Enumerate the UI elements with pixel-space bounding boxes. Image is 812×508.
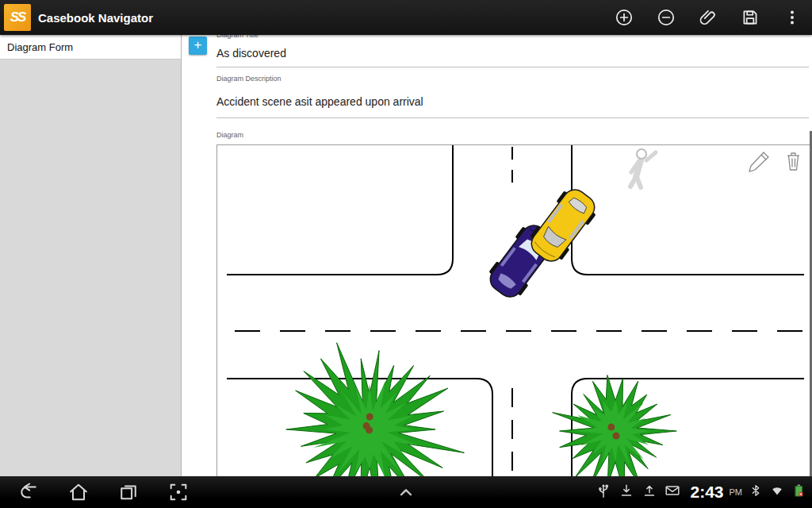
action-bar-actions [614,7,812,28]
email-icon [664,482,681,502]
app-logo: SS [4,4,31,31]
action-bar: SS Casebook Navigator [0,0,812,35]
sidebar: Diagram Form [0,35,182,476]
clock-time: 2:43 [690,483,723,502]
nav-left-buttons [3,480,203,504]
diagram-title-label: Diagram Title [216,35,812,39]
navigation-bar: 2:43 PM [0,476,812,508]
diagram-description-label: Diagram Description [216,75,812,83]
add-circle-icon[interactable] [614,7,634,28]
wifi-icon [769,483,785,502]
home-icon[interactable] [67,480,90,504]
sidebar-item-label: Diagram Form [7,41,73,53]
collapse-chevron-icon[interactable] [394,480,418,504]
sidebar-item-diagram-form[interactable]: Diagram Form [0,35,181,60]
app-title: Casebook Navigator [38,11,153,25]
upload-icon [641,482,658,502]
form-content: + Diagram Title As discovered Diagram De… [182,35,812,476]
recent-apps-icon[interactable] [117,480,140,504]
screen-capture-icon[interactable] [167,480,190,504]
diagram-canvas[interactable] [216,144,812,476]
diagram-description-input[interactable]: Accident scene asit appeared upon arriva… [216,95,809,118]
overflow-menu-icon[interactable] [782,7,802,28]
trees[interactable] [286,343,676,476]
app-logo-text: SS [10,10,25,25]
download-icon [618,482,635,502]
diagram-label: Diagram [216,131,812,139]
bluetooth-icon [748,483,764,502]
diagram-drawing[interactable] [217,145,812,476]
back-icon[interactable] [17,480,40,504]
remove-circle-icon[interactable] [656,7,676,28]
attachment-icon[interactable] [698,7,718,28]
save-icon[interactable] [740,7,760,28]
pencil-icon[interactable] [749,152,768,171]
trash-icon[interactable] [787,153,799,170]
battery-icon [791,483,806,502]
add-diagram-button[interactable]: + [189,37,207,55]
diagram-title-input[interactable]: As discovered [216,47,809,67]
usb-icon [595,482,612,502]
clock-meridiem: PM [730,487,743,497]
status-area: 2:43 PM [595,482,812,502]
person-outline[interactable] [630,149,656,187]
